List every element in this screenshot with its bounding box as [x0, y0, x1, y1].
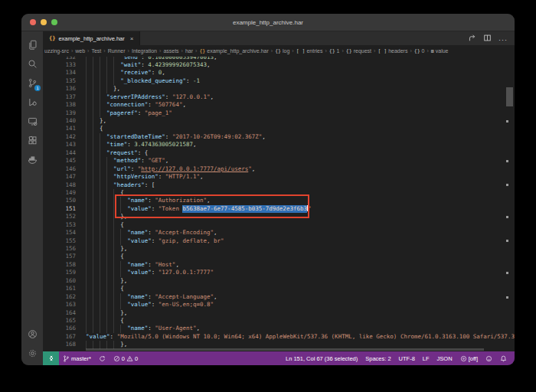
- more-actions-button[interactable]: ···: [498, 31, 508, 45]
- code-line[interactable]: 143"time": 3.474363005021587,: [43, 141, 515, 149]
- code-token: "name": [127, 325, 148, 332]
- screencast-mode-status[interactable]: [off]: [456, 355, 482, 362]
- breadcrumb-item[interactable]: Test: [91, 48, 101, 54]
- horizontal-scrollbar[interactable]: [86, 348, 484, 351]
- breadcrumb-item[interactable]: assets: [163, 48, 178, 54]
- code-line[interactable]: 159"value": "127.0.0.1:7777": [43, 269, 515, 276]
- breadcrumb-item[interactable]: {}example_http_archive.har: [199, 48, 268, 54]
- code-line[interactable]: 164},: [43, 309, 515, 317]
- feedback-button[interactable]: [482, 355, 496, 362]
- code-token: 4.423999926075343: [148, 61, 207, 69]
- code-token: "127.0.0.1": [172, 93, 211, 101]
- code-token: "httpVersion": [113, 173, 159, 181]
- breadcrumb-separator: ›: [71, 48, 73, 54]
- code-token: {: [120, 221, 124, 229]
- encoding-text: UTF-8: [399, 355, 415, 362]
- activity-bar-item-run-debug[interactable]: [21, 93, 43, 112]
- split-editor-button[interactable]: [483, 31, 492, 45]
- vertical-scrollbar[interactable]: [506, 87, 513, 106]
- code-line[interactable]: 145"method": "GET",: [43, 157, 515, 165]
- code-token: "connection": [106, 101, 148, 109]
- zoom-window-button[interactable]: [51, 19, 57, 25]
- code-line[interactable]: 160},: [43, 277, 515, 285]
- code-line[interactable]: 148"headers": [: [43, 181, 515, 189]
- code-line[interactable]: 166"name": "User-Agent",: [43, 325, 515, 332]
- language-text: JSON: [437, 355, 453, 362]
- code-line[interactable]: 136},: [43, 85, 515, 93]
- code-line[interactable]: 135"_blocked_queueing": -1: [43, 77, 515, 85]
- breadcrumb-item[interactable]: {}request: [346, 48, 371, 54]
- indent-guides: [86, 253, 120, 260]
- breadcrumb-item[interactable]: {}log: [275, 48, 289, 54]
- breadcrumb-item[interactable]: {}0: [414, 48, 425, 54]
- code-editor[interactable]: 132"send": 0.10200000539470013,133"wait"…: [43, 57, 515, 351]
- breadcrumb-item[interactable]: {}1: [329, 48, 340, 54]
- git-branch-status[interactable]: master*: [59, 355, 95, 362]
- activity-bar-item-explorer[interactable]: [21, 35, 43, 54]
- language-mode-status[interactable]: JSON: [433, 355, 456, 362]
- code-line[interactable]: 154"name": "Accept-Encoding",: [43, 229, 515, 237]
- code-token: ,: [262, 133, 266, 141]
- close-window-button[interactable]: [30, 19, 36, 25]
- code-line[interactable]: 139"pageref": "page_1": [43, 109, 515, 117]
- minimize-window-button[interactable]: [41, 19, 47, 25]
- breadcrumb-item[interactable]: Runner: [108, 48, 126, 54]
- code-token: ,: [214, 229, 217, 237]
- line-number: 151: [43, 205, 86, 213]
- notifications-button[interactable]: [496, 355, 511, 362]
- code-line[interactable]: 157{: [43, 253, 515, 260]
- encoding-status[interactable]: UTF-8: [395, 355, 419, 362]
- close-tab-icon[interactable]: ×: [130, 35, 134, 42]
- indent-guides: [86, 261, 127, 269]
- activity-bar-item-docker[interactable]: [21, 150, 43, 169]
- indentation-status[interactable]: Spaces: 2: [361, 355, 394, 362]
- breadcrumb-item[interactable]: uzzing-src: [44, 48, 69, 54]
- eol-status[interactable]: LF: [419, 355, 433, 362]
- code-line[interactable]: 158"name": "Host",: [43, 261, 515, 269]
- code-line[interactable]: 155"value": "gzip, deflate, br": [43, 237, 515, 245]
- activity-bar-item-remote-explorer[interactable]: [21, 112, 43, 131]
- remote-indicator[interactable]: [43, 351, 59, 365]
- extensions-icon: [28, 136, 38, 145]
- breadcrumb-item[interactable]: Integration: [132, 48, 157, 54]
- code-token: "HTTP/1.1": [165, 173, 200, 181]
- breadcrumb-item[interactable]: web: [75, 48, 85, 54]
- code-line[interactable]: 138"connection": "507764",: [43, 101, 515, 109]
- code-line[interactable]: 165{: [43, 317, 515, 325]
- activity-bar-item-source-control[interactable]: 1: [21, 74, 43, 93]
- breadcrumb-item[interactable]: har: [185, 48, 193, 54]
- code-line[interactable]: 134"receive": 0,: [43, 69, 515, 77]
- code-line[interactable]: 153{: [43, 221, 515, 229]
- breadcrumb-separator: ›: [374, 48, 375, 54]
- code-line[interactable]: 142"startedDateTime": "2017-10-26T09:49:…: [43, 133, 515, 141]
- activity-bar-item-account[interactable]: [21, 325, 43, 344]
- sync-status[interactable]: [95, 355, 109, 362]
- code-line[interactable]: 133"wait": 4.423999926075343,: [43, 61, 515, 69]
- code-line[interactable]: 137"serverIPAddress": "127.0.0.1",: [43, 93, 515, 101]
- activity-bar-item-settings-gear[interactable]: [21, 344, 43, 363]
- code-line[interactable]: 161{: [43, 285, 515, 292]
- code-token: :: [127, 141, 134, 149]
- problems-status[interactable]: 0 0: [109, 355, 142, 362]
- code-line[interactable]: 163"value": "en-US,en;q=0.8": [43, 301, 515, 309]
- activity-bar-bottom: [21, 325, 43, 365]
- cursor-position-status[interactable]: Ln 151, Col 67 (36 selected): [282, 355, 361, 362]
- tab-example-http-archive[interactable]: {} example_http_archive.har ×: [43, 31, 140, 45]
- code-line[interactable]: 156},: [43, 245, 515, 253]
- line-number: 167: [43, 333, 86, 341]
- code-line[interactable]: 147"httpVersion": "HTTP/1.1",: [43, 173, 515, 181]
- code-line[interactable]: 140},: [43, 117, 515, 125]
- activity-bar-item-search[interactable]: [21, 54, 43, 74]
- code-line[interactable]: 141{: [43, 125, 515, 132]
- breadcrumb-item[interactable]: ⊞value: [431, 48, 449, 54]
- breadcrumb-item[interactable]: [ ]entries: [296, 48, 323, 54]
- title-bar[interactable]: example_http_archive.har: [21, 14, 515, 31]
- breadcrumb-item[interactable]: [ ]headers: [377, 48, 407, 54]
- code-line[interactable]: 162"name": "Accept-Language",: [43, 293, 515, 301]
- code-line[interactable]: 144"request": {: [43, 149, 515, 157]
- open-changes-button[interactable]: [468, 31, 476, 45]
- code-line[interactable]: 167"value": "Mozilla/5.0 (Windows NT 10.…: [43, 333, 515, 341]
- activity-bar-item-extensions[interactable]: [21, 131, 43, 150]
- code-line[interactable]: 146"url": "http://127.0.0.1:7777/api/use…: [43, 165, 515, 173]
- breadcrumb-label: 0: [422, 48, 425, 54]
